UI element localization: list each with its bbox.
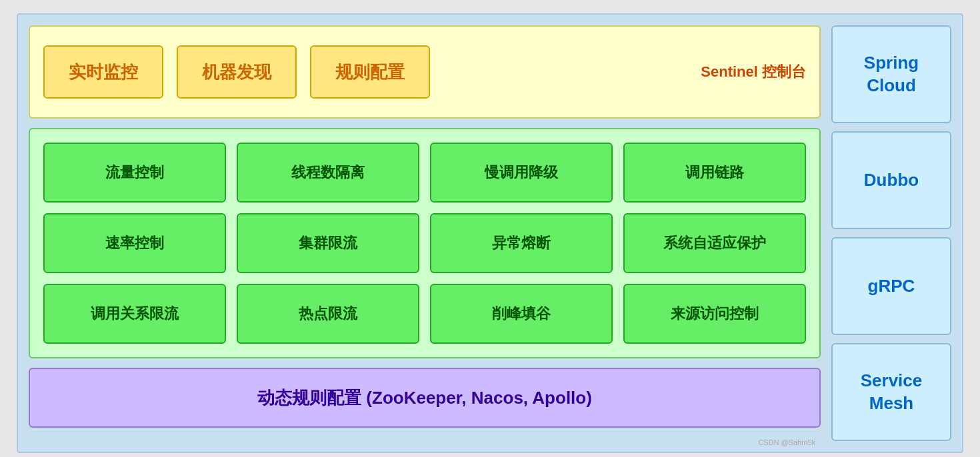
sidebar-item-grpc: gRPC (831, 237, 951, 335)
bottom-panel-text: 动态规则配置 (ZooKeeper, Nacos, Apollo) (257, 386, 592, 410)
feature-traffic-control: 流量控制 (43, 143, 226, 203)
right-sidebar: Spring Cloud Dubbo gRPC Service Mesh (831, 25, 951, 441)
feature-peak-shaving: 削峰填谷 (430, 284, 613, 344)
sentinel-boxes: 实时监控 机器发现 规则配置 (43, 45, 687, 99)
feature-hotspot-limit: 热点限流 (237, 284, 419, 344)
watermark: CSDN @Sahm5k (758, 438, 815, 446)
feature-slow-call-degrade: 慢调用降级 (430, 143, 613, 203)
sentinel-box-realtime: 实时监控 (43, 45, 163, 99)
feature-thread-isolation: 线程数隔离 (237, 143, 419, 203)
feature-call-relation-limit: 调用关系限流 (43, 284, 226, 344)
feature-call-chain: 调用链路 (623, 143, 806, 203)
main-container: 实时监控 机器发现 规则配置 Sentinel 控制台 流量控制 线程数隔离 (17, 13, 963, 453)
sidebar-dubbo-label: Dubbo (864, 169, 919, 192)
sidebar-spring-cloud-label: Spring Cloud (841, 52, 942, 97)
features-row-2: 速率控制 集群限流 异常熔断 系统自适应保护 (43, 213, 806, 273)
feature-cluster-limit: 集群限流 (237, 213, 419, 273)
feature-system-adaptive: 系统自适应保护 (623, 213, 806, 273)
features-panel: 流量控制 线程数隔离 慢调用降级 调用链路 速率控制 集群限流 (29, 128, 821, 358)
sidebar-item-service-mesh: Service Mesh (831, 343, 951, 441)
bottom-panel: 动态规则配置 (ZooKeeper, Nacos, Apollo) (29, 368, 821, 428)
sidebar-service-mesh-label: Service Mesh (841, 370, 942, 415)
main-content-area: 实时监控 机器发现 规则配置 Sentinel 控制台 流量控制 线程数隔离 (29, 25, 821, 441)
features-row-3: 调用关系限流 热点限流 削峰填谷 来源访问控制 (43, 284, 806, 344)
sentinel-box-rules: 规则配置 (310, 45, 430, 99)
sidebar-item-dubbo: Dubbo (831, 131, 951, 229)
sidebar-grpc-label: gRPC (868, 275, 915, 298)
feature-rate-control: 速率控制 (43, 213, 226, 273)
sidebar-item-spring-cloud: Spring Cloud (831, 25, 951, 123)
sentinel-label: Sentinel 控制台 (701, 62, 806, 82)
feature-exception-circuit: 异常熔断 (430, 213, 613, 273)
sentinel-box-discovery: 机器发现 (177, 45, 297, 99)
features-row-1: 流量控制 线程数隔离 慢调用降级 调用链路 (43, 143, 806, 203)
feature-source-access-control: 来源访问控制 (623, 284, 806, 344)
sentinel-panel: 实时监控 机器发现 规则配置 Sentinel 控制台 (29, 25, 821, 119)
